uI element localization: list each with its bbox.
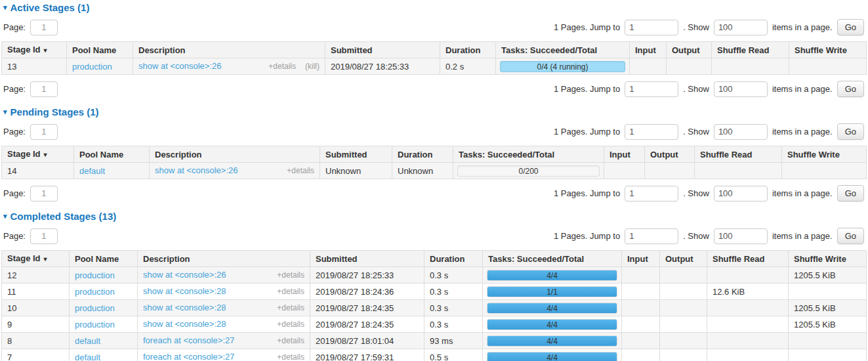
pool-name-link[interactable]: production [75,303,115,313]
column-header[interactable]: Input [604,146,645,163]
show-count-input[interactable] [714,20,768,35]
show-count-input[interactable] [714,81,768,97]
jump-to-input[interactable] [625,124,678,140]
jump-to-input[interactable] [625,81,678,97]
description-link[interactable]: show at <console>:28 [143,303,226,312]
column-label: Input [610,150,630,159]
column-label: Stage Id [7,253,41,263]
page-number-input[interactable] [30,20,58,35]
column-header[interactable]: Submitted [325,42,440,58]
column-header[interactable]: Pool Name [74,146,150,163]
details-toggle[interactable]: +details [287,166,314,176]
column-header[interactable]: Output [660,251,707,267]
details-toggle[interactable]: +details [277,320,304,329]
column-header[interactable]: Shuffle Read [695,146,782,163]
column-label: Description [155,150,202,159]
column-header[interactable]: Stage Id▾ [2,42,67,58]
pool-name-link[interactable]: production [72,62,112,72]
details-toggle[interactable]: +details [277,287,304,297]
go-button[interactable]: Go [837,185,864,202]
column-header[interactable]: Stage Id▾ [2,251,70,267]
description-link[interactable]: foreach at <console>:27 [143,335,235,345]
description-link[interactable]: show at <console>:26 [143,270,226,280]
pagination-controls: 1 Pages. Jump to . Show items in a page.… [554,81,864,97]
column-header[interactable]: Shuffle Read [712,42,789,58]
show-count-input[interactable] [714,228,768,244]
go-button[interactable]: Go [837,81,864,97]
column-header[interactable]: Shuffle Write [789,42,867,58]
shuffle-write-cell: 1205.5 KiB [789,316,867,333]
description-cell: show at <console>:26+details(kill) [133,58,325,75]
section-header[interactable]: ▾ Completed Stages (13) [1,211,867,222]
column-header[interactable]: Description [150,146,320,163]
pool-name-link[interactable]: default [79,166,105,176]
details-toggle[interactable]: +details [277,270,304,280]
column-header[interactable]: Output [645,146,695,163]
go-button[interactable]: Go [837,123,864,140]
description-wrap: show at <console>:26+details [155,165,314,176]
details-toggle[interactable]: +details [277,352,304,361]
column-header[interactable]: Shuffle Write [789,251,867,267]
pool-name-link[interactable]: default [75,336,100,346]
description-link[interactable]: show at <console>:28 [143,319,226,329]
task-progress-bar: 4/4 [487,352,617,361]
column-label: Output [672,45,700,55]
page-number-input[interactable] [30,81,58,97]
details-toggle[interactable]: +details [277,303,304,313]
section-header[interactable]: ▾ Active Stages (1) [1,2,867,13]
description-link[interactable]: foreach at <console>:27 [143,352,235,361]
column-header[interactable]: Submitted [320,146,392,163]
collapse-arrow-icon: ▾ [3,4,7,11]
page-number-input[interactable] [30,228,58,244]
description-link[interactable]: show at <console>:26 [155,165,238,175]
shuffle-write-cell [789,284,867,300]
description-link[interactable]: show at <console>:28 [143,286,226,296]
input-cell [604,163,645,179]
jump-to-input[interactable] [625,228,678,244]
column-header[interactable]: Tasks: Succeeded/Total [483,251,622,267]
column-header[interactable]: Description [138,251,310,267]
column-header[interactable]: Duration [392,146,453,163]
column-header[interactable]: Duration [440,42,496,58]
column-header[interactable]: Pool Name [70,251,138,267]
pool-name-link[interactable]: production [75,270,115,280]
column-header[interactable]: Duration [424,251,483,267]
shuffle-write-cell: 1205.5 KiB [789,300,867,316]
pool-name-link[interactable]: default [75,352,100,361]
description-link[interactable]: show at <console>:26 [138,61,221,71]
column-header[interactable]: Submitted [310,251,424,267]
column-header[interactable]: Tasks: Succeeded/Total [453,146,604,163]
description-wrap: show at <console>:26+details(kill) [138,61,320,72]
column-header[interactable]: Tasks: Succeeded/Total [496,42,630,58]
column-header[interactable]: Shuffle Read [707,251,789,267]
show-count-input[interactable] [714,124,768,140]
go-button[interactable]: Go [837,228,864,244]
column-header[interactable]: Shuffle Write [782,146,867,163]
pool-name-link[interactable]: production [75,287,115,297]
shuffle-read-cell [712,58,789,75]
details-toggle[interactable]: +details [277,336,304,346]
progress-label: 0/4 (4 running) [501,62,625,72]
jump-to-input[interactable] [625,186,678,202]
go-button[interactable]: Go [837,19,864,35]
task-progress-bar: 4/4 [487,303,617,314]
section-header[interactable]: ▾ Pending Stages (1) [1,106,867,117]
stage-id-cell: 8 [2,333,70,349]
column-header[interactable]: Pool Name [67,42,133,58]
column-header[interactable]: Stage Id▾ [2,146,74,163]
column-header[interactable]: Input [622,251,660,267]
details-toggle[interactable]: +details [268,62,296,72]
column-header[interactable]: Description [133,42,325,58]
page-number-input[interactable] [30,186,58,202]
show-count-input[interactable] [714,186,768,202]
shuffle-read-cell [707,267,789,284]
kill-link[interactable]: (kill) [305,62,320,72]
page-number-input[interactable] [30,124,58,140]
output-cell [667,58,712,75]
column-header[interactable]: Input [630,42,667,58]
submitted-cell: 2019/08/27 18:24:36 [310,284,424,300]
column-header[interactable]: Output [667,42,712,58]
shuffle-read-cell [707,316,789,333]
pool-name-link[interactable]: production [75,320,115,329]
jump-to-input[interactable] [625,20,678,35]
